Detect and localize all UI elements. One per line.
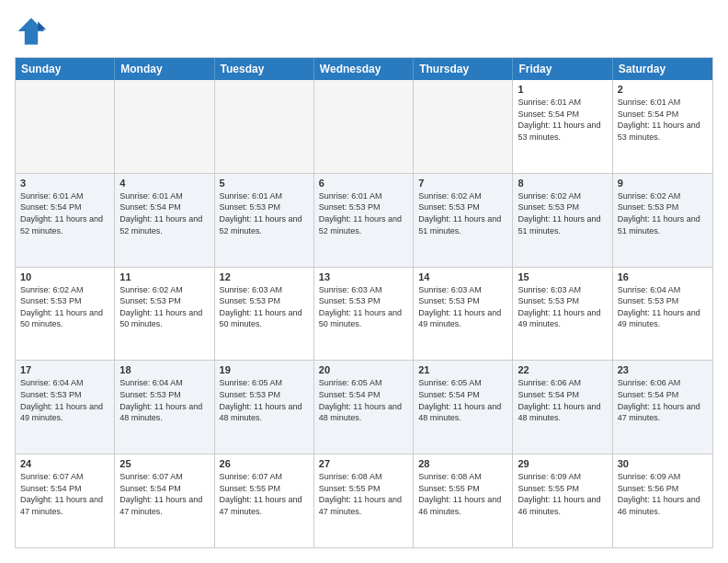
day-number: 9 [618, 178, 708, 189]
header-cell-tuesday: Tuesday [215, 58, 314, 80]
empty-cell-0-1 [115, 80, 214, 173]
day-info: Sunrise: 6:07 AM Sunset: 5:54 PM Dayligh… [119, 471, 209, 517]
day-cell-16: 16Sunrise: 6:04 AM Sunset: 5:53 PM Dayli… [613, 268, 712, 361]
day-cell-10: 10Sunrise: 6:02 AM Sunset: 5:53 PM Dayli… [16, 268, 115, 361]
day-number: 21 [418, 364, 507, 375]
day-cell-27: 27Sunrise: 6:08 AM Sunset: 5:55 PM Dayli… [314, 454, 414, 547]
day-cell-18: 18Sunrise: 6:04 AM Sunset: 5:53 PM Dayli… [115, 361, 214, 454]
header [15, 15, 713, 48]
day-number: 6 [319, 178, 408, 189]
day-cell-26: 26Sunrise: 6:07 AM Sunset: 5:55 PM Dayli… [215, 454, 314, 547]
day-cell-5: 5Sunrise: 6:01 AM Sunset: 5:53 PM Daylig… [215, 174, 314, 267]
day-info: Sunrise: 6:03 AM Sunset: 5:53 PM Dayligh… [319, 284, 408, 330]
day-info: Sunrise: 6:01 AM Sunset: 5:54 PM Dayligh… [518, 97, 607, 143]
day-cell-3: 3Sunrise: 6:01 AM Sunset: 5:54 PM Daylig… [16, 174, 115, 267]
day-number: 14 [418, 271, 507, 282]
day-number: 30 [618, 458, 708, 469]
day-cell-21: 21Sunrise: 6:05 AM Sunset: 5:54 PM Dayli… [414, 361, 513, 454]
day-info: Sunrise: 6:07 AM Sunset: 5:54 PM Dayligh… [20, 471, 109, 517]
day-number: 7 [418, 178, 507, 189]
day-number: 18 [119, 364, 209, 375]
header-cell-friday: Friday [513, 58, 612, 80]
day-cell-12: 12Sunrise: 6:03 AM Sunset: 5:53 PM Dayli… [215, 268, 314, 361]
day-info: Sunrise: 6:02 AM Sunset: 5:53 PM Dayligh… [518, 190, 607, 236]
day-cell-9: 9Sunrise: 6:02 AM Sunset: 5:53 PM Daylig… [613, 174, 712, 267]
day-cell-24: 24Sunrise: 6:07 AM Sunset: 5:54 PM Dayli… [16, 454, 115, 547]
day-cell-28: 28Sunrise: 6:08 AM Sunset: 5:55 PM Dayli… [414, 454, 513, 547]
day-info: Sunrise: 6:02 AM Sunset: 5:53 PM Dayligh… [418, 190, 507, 236]
calendar-row-4: 17Sunrise: 6:04 AM Sunset: 5:53 PM Dayli… [16, 361, 712, 454]
day-cell-4: 4Sunrise: 6:01 AM Sunset: 5:54 PM Daylig… [115, 174, 214, 267]
day-number: 15 [518, 271, 607, 282]
day-info: Sunrise: 6:08 AM Sunset: 5:55 PM Dayligh… [418, 471, 507, 517]
day-cell-22: 22Sunrise: 6:06 AM Sunset: 5:54 PM Dayli… [513, 361, 612, 454]
day-info: Sunrise: 6:02 AM Sunset: 5:53 PM Dayligh… [618, 190, 708, 236]
logo-icon [15, 15, 48, 48]
day-cell-1: 1Sunrise: 6:01 AM Sunset: 5:54 PM Daylig… [513, 80, 612, 173]
header-cell-monday: Monday [115, 58, 214, 80]
day-number: 20 [319, 364, 408, 375]
day-cell-11: 11Sunrise: 6:02 AM Sunset: 5:53 PM Dayli… [115, 268, 214, 361]
day-info: Sunrise: 6:05 AM Sunset: 5:53 PM Dayligh… [220, 377, 309, 423]
empty-cell-0-3 [314, 80, 414, 173]
day-number: 29 [518, 458, 607, 469]
day-cell-20: 20Sunrise: 6:05 AM Sunset: 5:54 PM Dayli… [314, 361, 414, 454]
day-info: Sunrise: 6:04 AM Sunset: 5:53 PM Dayligh… [20, 377, 109, 423]
day-info: Sunrise: 6:03 AM Sunset: 5:53 PM Dayligh… [518, 284, 607, 330]
day-info: Sunrise: 6:01 AM Sunset: 5:54 PM Dayligh… [618, 97, 708, 143]
day-number: 24 [20, 458, 109, 469]
logo [15, 15, 51, 48]
day-cell-6: 6Sunrise: 6:01 AM Sunset: 5:53 PM Daylig… [314, 174, 414, 267]
day-number: 26 [220, 458, 309, 469]
calendar-row-3: 10Sunrise: 6:02 AM Sunset: 5:53 PM Dayli… [16, 268, 712, 362]
day-info: Sunrise: 6:09 AM Sunset: 5:55 PM Dayligh… [518, 471, 607, 517]
day-cell-7: 7Sunrise: 6:02 AM Sunset: 5:53 PM Daylig… [414, 174, 513, 267]
day-info: Sunrise: 6:09 AM Sunset: 5:56 PM Dayligh… [618, 471, 708, 517]
empty-cell-0-2 [215, 80, 314, 173]
header-cell-saturday: Saturday [613, 58, 712, 80]
day-number: 19 [220, 364, 309, 375]
day-info: Sunrise: 6:05 AM Sunset: 5:54 PM Dayligh… [319, 377, 408, 423]
day-number: 8 [518, 178, 607, 189]
day-cell-13: 13Sunrise: 6:03 AM Sunset: 5:53 PM Dayli… [314, 268, 414, 361]
day-info: Sunrise: 6:01 AM Sunset: 5:53 PM Dayligh… [220, 190, 309, 236]
day-info: Sunrise: 6:02 AM Sunset: 5:53 PM Dayligh… [119, 284, 209, 330]
calendar-body: 1Sunrise: 6:01 AM Sunset: 5:54 PM Daylig… [16, 80, 712, 547]
day-number: 4 [119, 178, 209, 189]
day-number: 10 [20, 271, 109, 282]
day-number: 22 [518, 364, 607, 375]
day-cell-15: 15Sunrise: 6:03 AM Sunset: 5:53 PM Dayli… [513, 268, 612, 361]
day-number: 17 [20, 364, 109, 375]
day-number: 12 [220, 271, 309, 282]
day-number: 1 [518, 84, 607, 95]
day-number: 3 [20, 178, 109, 189]
day-cell-19: 19Sunrise: 6:05 AM Sunset: 5:53 PM Dayli… [215, 361, 314, 454]
day-info: Sunrise: 6:01 AM Sunset: 5:54 PM Dayligh… [119, 190, 209, 236]
calendar: SundayMondayTuesdayWednesdayThursdayFrid… [15, 57, 713, 548]
calendar-row-2: 3Sunrise: 6:01 AM Sunset: 5:54 PM Daylig… [16, 174, 712, 268]
calendar-row-5: 24Sunrise: 6:07 AM Sunset: 5:54 PM Dayli… [16, 454, 712, 547]
empty-cell-0-0 [16, 80, 115, 173]
day-cell-8: 8Sunrise: 6:02 AM Sunset: 5:53 PM Daylig… [513, 174, 612, 267]
day-info: Sunrise: 6:04 AM Sunset: 5:53 PM Dayligh… [618, 284, 708, 330]
day-cell-14: 14Sunrise: 6:03 AM Sunset: 5:53 PM Dayli… [414, 268, 513, 361]
header-cell-thursday: Thursday [414, 58, 513, 80]
day-number: 13 [319, 271, 408, 282]
day-info: Sunrise: 6:03 AM Sunset: 5:53 PM Dayligh… [220, 284, 309, 330]
day-info: Sunrise: 6:04 AM Sunset: 5:53 PM Dayligh… [119, 377, 209, 423]
calendar-row-1: 1Sunrise: 6:01 AM Sunset: 5:54 PM Daylig… [16, 80, 712, 174]
day-cell-2: 2Sunrise: 6:01 AM Sunset: 5:54 PM Daylig… [613, 80, 712, 173]
header-cell-wednesday: Wednesday [314, 58, 414, 80]
page: SundayMondayTuesdayWednesdayThursdayFrid… [0, 0, 728, 563]
day-info: Sunrise: 6:05 AM Sunset: 5:54 PM Dayligh… [418, 377, 507, 423]
day-cell-17: 17Sunrise: 6:04 AM Sunset: 5:53 PM Dayli… [16, 361, 115, 454]
day-cell-30: 30Sunrise: 6:09 AM Sunset: 5:56 PM Dayli… [613, 454, 712, 547]
day-number: 16 [618, 271, 708, 282]
day-number: 28 [418, 458, 507, 469]
day-info: Sunrise: 6:03 AM Sunset: 5:53 PM Dayligh… [418, 284, 507, 330]
day-info: Sunrise: 6:07 AM Sunset: 5:55 PM Dayligh… [220, 471, 309, 517]
day-info: Sunrise: 6:08 AM Sunset: 5:55 PM Dayligh… [319, 471, 408, 517]
day-cell-23: 23Sunrise: 6:06 AM Sunset: 5:54 PM Dayli… [613, 361, 712, 454]
day-number: 11 [119, 271, 209, 282]
day-number: 25 [119, 458, 209, 469]
